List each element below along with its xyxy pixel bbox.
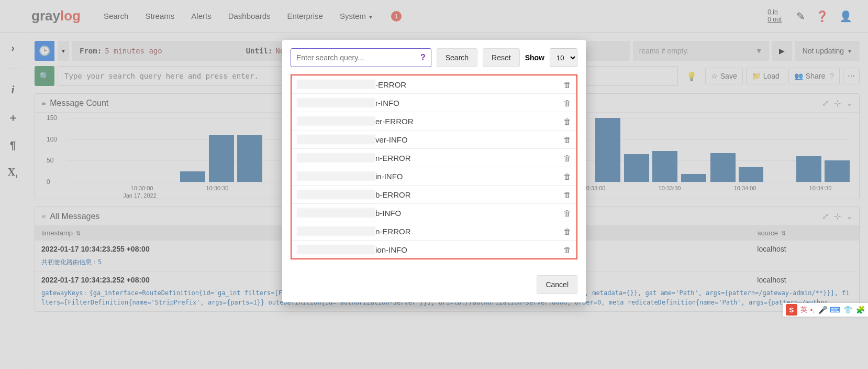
modal-search-input[interactable] bbox=[296, 53, 420, 62]
redacted-text bbox=[297, 245, 375, 254]
trash-icon[interactable]: 🗑 bbox=[563, 117, 571, 126]
modal-reset-button[interactable]: Reset bbox=[483, 48, 520, 67]
ime-punct[interactable]: •, bbox=[810, 306, 815, 314]
trash-icon[interactable]: 🗑 bbox=[563, 80, 571, 89]
ime-lang[interactable]: 英 bbox=[800, 305, 807, 314]
show-count-select[interactable]: 10 bbox=[550, 48, 577, 67]
trash-icon[interactable]: 🗑 bbox=[563, 245, 571, 254]
stream-name-suffix: b-INFO bbox=[375, 209, 401, 218]
stream-name-suffix: n-ERROR bbox=[375, 154, 411, 162]
redacted-text bbox=[297, 116, 375, 126]
saved-search-modal: ? Search Reset Show 10 -ERROR🗑r-INFO🗑er-… bbox=[282, 40, 586, 302]
redacted-text bbox=[297, 80, 375, 89]
modal-footer: Cancel bbox=[291, 275, 577, 294]
list-item[interactable]: b-ERROR🗑 bbox=[292, 186, 576, 204]
list-item[interactable]: r-INFO🗑 bbox=[292, 94, 576, 112]
redacted-text bbox=[297, 171, 375, 181]
list-item[interactable]: n-ERROR🗑 bbox=[292, 222, 576, 241]
list-item[interactable]: ion-INFO🗑 bbox=[292, 241, 576, 258]
trash-icon[interactable]: 🗑 bbox=[563, 135, 571, 144]
ime-shirt-icon[interactable]: 👕 bbox=[843, 305, 852, 314]
trash-icon[interactable]: 🗑 bbox=[563, 99, 571, 107]
redacted-text bbox=[297, 135, 375, 144]
redacted-text bbox=[297, 98, 375, 107]
ime-toolbar[interactable]: S 英 •, 🎤 ⌨ 👕 🧩 bbox=[783, 303, 868, 317]
list-item[interactable]: -ERROR🗑 bbox=[292, 75, 576, 94]
query-help-icon[interactable]: ? bbox=[420, 53, 426, 62]
ime-logo-icon[interactable]: S bbox=[786, 304, 797, 316]
redacted-text bbox=[297, 153, 375, 162]
trash-icon[interactable]: 🗑 bbox=[563, 190, 571, 199]
list-item[interactable]: ver-INFO🗑 bbox=[292, 131, 576, 149]
trash-icon[interactable]: 🗑 bbox=[563, 154, 571, 162]
stream-name-suffix: b-ERROR bbox=[375, 190, 411, 199]
redacted-text bbox=[297, 226, 375, 236]
stream-name-suffix: ion-INFO bbox=[375, 245, 407, 254]
saved-search-list: -ERROR🗑r-INFO🗑er-ERROR🗑ver-INFO🗑n-ERROR🗑… bbox=[291, 74, 577, 259]
list-item[interactable]: in-INFO🗑 bbox=[292, 167, 576, 186]
ime-keyboard-icon[interactable]: ⌨ bbox=[830, 305, 840, 314]
stream-name-suffix: n-ERROR bbox=[375, 227, 411, 236]
list-item[interactable]: n-ERROR🗑 bbox=[292, 149, 576, 167]
trash-icon[interactable]: 🗑 bbox=[563, 209, 571, 218]
stream-name-suffix: -ERROR bbox=[375, 80, 406, 89]
stream-name-suffix: in-INFO bbox=[375, 172, 403, 181]
ime-tool-icon[interactable]: 🧩 bbox=[855, 305, 865, 314]
modal-search-wrapper: ? bbox=[291, 48, 431, 67]
list-item[interactable]: b-INFO🗑 bbox=[292, 204, 576, 222]
stream-name-suffix: ver-INFO bbox=[375, 135, 408, 144]
ime-mic-icon[interactable]: 🎤 bbox=[818, 305, 827, 314]
stream-name-suffix: r-INFO bbox=[375, 99, 399, 107]
trash-icon[interactable]: 🗑 bbox=[563, 227, 571, 236]
show-label: Show bbox=[525, 53, 544, 62]
list-item[interactable]: er-ERROR🗑 bbox=[292, 112, 576, 131]
modal-search-button[interactable]: Search bbox=[437, 48, 477, 67]
stream-name-suffix: er-ERROR bbox=[375, 117, 414, 126]
modal-toolbar: ? Search Reset Show 10 bbox=[291, 48, 577, 67]
trash-icon[interactable]: 🗑 bbox=[563, 172, 571, 181]
redacted-text bbox=[297, 208, 375, 218]
cancel-button[interactable]: Cancel bbox=[537, 275, 577, 294]
redacted-text bbox=[297, 190, 375, 199]
